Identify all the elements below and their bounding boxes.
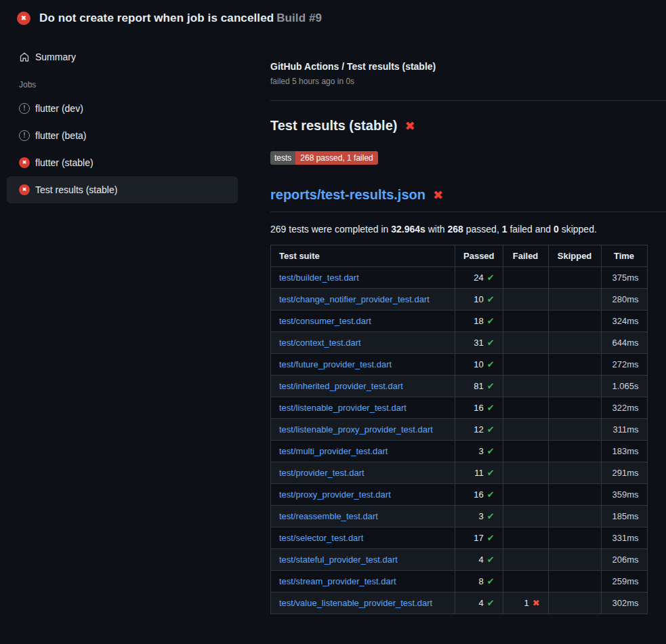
failed-count: 1 [502, 224, 507, 235]
table-row: test/value_listenable_provider_test.dart… [271, 592, 648, 614]
skipped-cell [548, 549, 601, 571]
main-content: GitHub Actions / Test results (stable) f… [245, 34, 666, 614]
summary-line: 269 tests were completed in 32.964s with… [270, 224, 666, 235]
time-cell: 185ms [601, 506, 647, 527]
test-suite-link[interactable]: test/selector_test.dart [279, 533, 363, 543]
passed-cell: 10✔ [455, 354, 503, 376]
report-file-link[interactable]: reports/test-results.json ✖ [270, 187, 666, 212]
test-suite-link[interactable]: test/future_provider_test.dart [279, 359, 392, 369]
test-suite-link[interactable]: test/multi_provider_test.dart [279, 446, 388, 456]
skipped-cell [548, 462, 601, 484]
test-suite-link[interactable]: test/value_listenable_provider_test.dart [279, 598, 432, 608]
sidebar-item-summary[interactable]: Summary [7, 45, 238, 69]
test-suite-link[interactable]: test/proxy_provider_test.dart [279, 489, 391, 500]
cross-icon: ✖ [533, 598, 540, 608]
divider [270, 100, 666, 101]
build-number: Build #9 [276, 12, 322, 24]
test-suite-link[interactable]: test/stream_provider_test.dart [279, 576, 396, 586]
table-row: test/multi_provider_test.dart3✔183ms [271, 441, 648, 462]
test-suite-cell: test/context_test.dart [271, 332, 455, 354]
skipped-cell [548, 441, 601, 462]
time-cell: 183ms [601, 441, 647, 462]
passed-cell: 16✔ [455, 397, 503, 419]
report-title-text: reports/test-results.json [270, 187, 425, 203]
sidebar-item-flutter-stable[interactable]: ✖ flutter (stable) [7, 149, 238, 176]
sidebar-item-label: Summary [35, 52, 76, 62]
failed-cell [503, 397, 548, 419]
skipped-count: 0 [554, 224, 559, 235]
failed-cell [503, 506, 548, 527]
table-row: test/proxy_provider_test.dart16✔359ms [271, 484, 648, 506]
check-icon: ✔ [487, 294, 495, 304]
test-suite-cell: test/inherited_provider_test.dart [271, 376, 455, 397]
skipped-cell [548, 332, 601, 354]
skipped-cell [548, 419, 601, 441]
failed-cell [503, 549, 548, 571]
check-icon: ✔ [487, 446, 495, 456]
table-row: test/inherited_provider_test.dart81✔1.06… [271, 376, 648, 397]
time-cell: 1.065s [601, 376, 647, 397]
test-suite-cell: test/reassemble_test.dart [271, 506, 455, 527]
test-suite-cell: test/listenable_proxy_provider_test.dart [271, 419, 455, 441]
check-icon: ✔ [487, 555, 495, 565]
table-row: test/builder_test.dart24✔375ms [271, 267, 648, 289]
passed-cell: 3✔ [455, 506, 503, 527]
sidebar-item-flutter-beta[interactable]: ! flutter (beta) [7, 122, 238, 149]
check-icon: ✔ [487, 273, 495, 283]
skipped-cell [548, 484, 601, 506]
table-row: test/consumer_test.dart18✔324ms [271, 310, 648, 332]
time-cell: 280ms [601, 289, 647, 310]
page-title: Do not create report when job is cancell… [39, 12, 322, 25]
sidebar: Summary Jobs ! flutter (dev) ! flutter (… [0, 34, 245, 203]
passed-count: 268 [448, 224, 463, 235]
run-title: Do not create report when job is cancell… [39, 12, 274, 24]
check-icon: ✔ [487, 598, 495, 608]
test-suite-cell: test/listenable_provider_test.dart [271, 397, 455, 419]
sidebar-item-test-results-stable[interactable]: ✖ Test results (stable) [7, 176, 238, 203]
test-suite-cell: test/future_provider_test.dart [271, 354, 455, 376]
failed-cell [503, 527, 548, 549]
test-suite-link[interactable]: test/provider_test.dart [279, 468, 365, 478]
test-suite-link[interactable]: test/reassemble_test.dart [279, 511, 378, 521]
skipped-cell [548, 592, 601, 614]
failed-cell [503, 441, 548, 462]
check-icon: ✔ [487, 338, 495, 348]
table-row: test/listenable_provider_test.dart16✔322… [271, 397, 648, 419]
test-suite-link[interactable]: test/inherited_provider_test.dart [279, 381, 403, 391]
neutral-status-icon: ! [19, 130, 30, 141]
skipped-cell [548, 527, 601, 549]
passed-cell: 12✔ [455, 419, 503, 441]
table-row: test/reassemble_test.dart3✔185ms [271, 506, 648, 527]
sidebar-item-flutter-dev[interactable]: ! flutter (dev) [7, 95, 238, 122]
time-cell: 302ms [601, 592, 647, 614]
table-row: test/context_test.dart31✔644ms [271, 332, 648, 354]
failed-cell [503, 376, 548, 397]
failed-status-icon: ✖ [17, 12, 30, 25]
failed-cell [503, 462, 548, 484]
badge-label: tests [270, 151, 295, 165]
table-header-row: Test suite Passed Failed Skipped Time [271, 245, 648, 267]
check-icon: ✔ [487, 403, 495, 413]
column-header-test-suite: Test suite [271, 245, 455, 267]
time-cell: 206ms [601, 549, 647, 571]
failed-cell [503, 289, 548, 310]
test-suite-link[interactable]: test/context_test.dart [279, 338, 361, 348]
passed-cell: 3✔ [455, 441, 503, 462]
test-suite-link[interactable]: test/builder_test.dart [279, 273, 359, 283]
failed-status-icon: ✖ [19, 184, 30, 195]
cross-mark-icon: ✖ [433, 189, 443, 201]
test-suite-cell: test/provider_test.dart [271, 462, 455, 484]
section-title-text: Test results (stable) [270, 118, 397, 134]
time-cell: 291ms [601, 462, 647, 484]
badge-value: 268 passed, 1 failed [295, 151, 377, 165]
failed-cell: 1✖ [503, 592, 548, 614]
passed-cell: 18✔ [455, 310, 503, 332]
column-header-passed: Passed [455, 245, 503, 267]
check-icon: ✔ [487, 381, 495, 391]
test-suite-link[interactable]: test/listenable_provider_test.dart [279, 403, 407, 413]
test-suite-link[interactable]: test/listenable_proxy_provider_test.dart [279, 424, 433, 435]
test-suite-link[interactable]: test/stateful_provider_test.dart [279, 555, 398, 565]
test-suite-link[interactable]: test/change_notifier_provider_test.dart [279, 294, 430, 304]
test-suite-link[interactable]: test/consumer_test.dart [279, 316, 371, 326]
test-suite-cell: test/stateful_provider_test.dart [271, 549, 455, 571]
